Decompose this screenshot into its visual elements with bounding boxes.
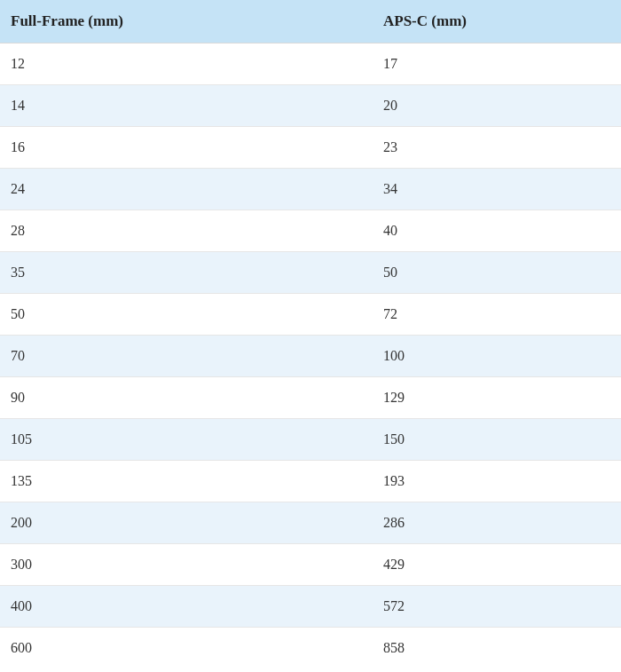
- cell-full-frame: 300: [0, 544, 373, 586]
- table-row: 105 150: [0, 419, 621, 461]
- focal-length-table: Full-Frame (mm) APS-C (mm) 12 17 14 20 1…: [0, 0, 621, 668]
- table-row: 28 40: [0, 210, 621, 252]
- cell-full-frame: 12: [0, 43, 373, 85]
- cell-full-frame: 14: [0, 85, 373, 127]
- table-row: 50 72: [0, 294, 621, 336]
- table-row: 135 193: [0, 461, 621, 502]
- cell-aps-c: 286: [373, 502, 621, 544]
- cell-full-frame: 400: [0, 586, 373, 628]
- cell-full-frame: 90: [0, 377, 373, 419]
- table-row: 400 572: [0, 586, 621, 628]
- table-row: 35 50: [0, 252, 621, 294]
- cell-full-frame: 135: [0, 461, 373, 502]
- cell-full-frame: 70: [0, 336, 373, 377]
- cell-full-frame: 16: [0, 127, 373, 169]
- table-row: 200 286: [0, 502, 621, 544]
- cell-aps-c: 17: [373, 43, 621, 85]
- cell-full-frame: 105: [0, 419, 373, 461]
- table-row: 300 429: [0, 544, 621, 586]
- cell-aps-c: 572: [373, 586, 621, 628]
- cell-aps-c: 150: [373, 419, 621, 461]
- col-header-aps-c: APS-C (mm): [373, 0, 621, 43]
- table-row: 14 20: [0, 85, 621, 127]
- cell-full-frame: 24: [0, 169, 373, 210]
- cell-full-frame: 28: [0, 210, 373, 252]
- cell-aps-c: 40: [373, 210, 621, 252]
- cell-aps-c: 858: [373, 628, 621, 669]
- cell-aps-c: 72: [373, 294, 621, 336]
- cell-aps-c: 129: [373, 377, 621, 419]
- table-row: 16 23: [0, 127, 621, 169]
- cell-full-frame: 35: [0, 252, 373, 294]
- table-row: 90 129: [0, 377, 621, 419]
- cell-full-frame: 600: [0, 628, 373, 669]
- cell-full-frame: 200: [0, 502, 373, 544]
- table-row: 12 17: [0, 43, 621, 85]
- cell-aps-c: 193: [373, 461, 621, 502]
- table-header-row: Full-Frame (mm) APS-C (mm): [0, 0, 621, 43]
- cell-full-frame: 50: [0, 294, 373, 336]
- table-row: 70 100: [0, 336, 621, 377]
- cell-aps-c: 23: [373, 127, 621, 169]
- table-row: 24 34: [0, 169, 621, 210]
- cell-aps-c: 50: [373, 252, 621, 294]
- cell-aps-c: 100: [373, 336, 621, 377]
- cell-aps-c: 20: [373, 85, 621, 127]
- cell-aps-c: 34: [373, 169, 621, 210]
- col-header-full-frame: Full-Frame (mm): [0, 0, 373, 43]
- table-row: 600 858: [0, 628, 621, 669]
- cell-aps-c: 429: [373, 544, 621, 586]
